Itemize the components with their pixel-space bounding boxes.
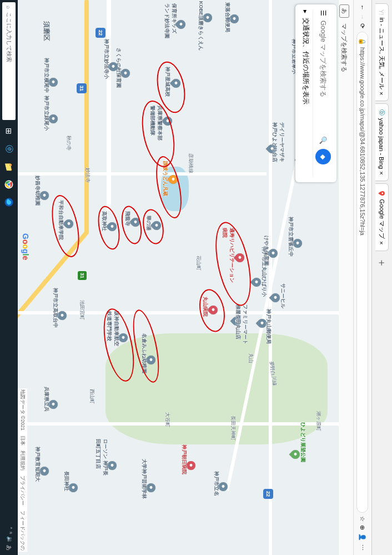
system-tray[interactable]: ˄ᴿ🔉あ <box>5 522 13 555</box>
ime-label: マップを検索する <box>340 23 349 72</box>
area-suma: 須磨区 <box>42 21 51 41</box>
ime-a-icon[interactable]: あ <box>5 545 13 551</box>
chrome-icon[interactable] <box>2 177 16 192</box>
ime-indicator[interactable]: あ <box>339 4 349 18</box>
annotation-circle <box>195 287 228 334</box>
taskbar-search-text: ここに入力して検索 <box>5 12 13 62</box>
hamburger-icon[interactable]: ☰ <box>319 10 327 16</box>
menu-icon[interactable]: ⋯ <box>359 544 366 551</box>
svg-point-0 <box>382 192 384 194</box>
forward-button[interactable]: → <box>359 14 366 20</box>
label-familymart: ファミリーマート 柳屋長田丸山店 <box>234 304 249 344</box>
tab-label: in - ニュース, 天気, メール <box>378 17 386 89</box>
label-myohoji-es: 神戸市立妙法寺小 <box>103 39 110 79</box>
label-post: 神戸丸山郵便局 <box>265 309 272 344</box>
label-daily: デイリーヤマザキ 神戸ひよどり台店 <box>271 122 285 162</box>
collections-icon[interactable]: ⊕ <box>359 525 366 530</box>
label-univ: 神戸市立名 <box>213 471 220 496</box>
annotation-circle <box>47 193 84 260</box>
area-myohoji: 妙法寺 <box>84 168 91 183</box>
google-logo: Google <box>21 233 30 260</box>
road <box>18 422 339 426</box>
route-shield-31: 31 <box>78 271 87 280</box>
label-kobesuma: KOBE須磨きらくえん <box>197 1 204 51</box>
ie-icon[interactable]: ⓔ <box>2 142 16 156</box>
route-shield-22: 22 <box>263 489 273 499</box>
task-view-icon[interactable]: ⊞ <box>2 124 16 138</box>
tab-label: Google マップ <box>378 199 386 239</box>
label-lawson: ローソン 神戸長 田町五丁目店 <box>94 439 109 476</box>
lock-icon: 🔒 <box>360 38 366 46</box>
label-hyogo-ken: 兵庫県立兵 <box>43 387 50 412</box>
area-tenjin: 長田天神町 <box>229 416 237 441</box>
chevron-right-icon[interactable]: ▸ <box>302 10 310 13</box>
new-tab-button[interactable]: ＋ <box>375 253 389 272</box>
area-ikeda: 池田宮町 <box>78 300 86 320</box>
route-shield-31: 31 <box>77 83 87 93</box>
area-nishi: 西山町 <box>88 389 96 404</box>
road <box>18 172 267 176</box>
label-sunny: サニーヒル <box>279 283 287 308</box>
label-keyaki: けやき保育園 <box>263 236 270 266</box>
edge-icon[interactable] <box>2 195 16 209</box>
route-shield-22: 22 <box>96 28 105 38</box>
tab-bing[interactable]: ⓑyahoo japan - Bing × <box>375 103 389 181</box>
label-univ2: 大学神戸芸術学林 <box>140 459 148 499</box>
label-hiyodori: ひよどり展望公園 <box>299 422 306 462</box>
taskbar: ⌕ ここに入力して検索 ⊞ ⓔ 📁 ˄ᴿ🔉あ <box>0 0 18 555</box>
label-kamitaka: 神戸市立高取台中 <box>52 288 59 328</box>
annotation-circle <box>94 204 123 252</box>
favorite-icon[interactable]: ☆ <box>359 516 366 522</box>
area-hanamachi: 花山町 <box>195 256 202 271</box>
label-yokoo: 神戸市立横尾中 <box>43 58 50 93</box>
label-myosho: 妙昌寺幼稚園 <box>34 176 41 206</box>
close-icon[interactable]: × <box>379 241 385 244</box>
map-canvas[interactable]: 22 22 31 31 22 神戸星城高校 兵庫県警察本部 警備部機動隊 讃岐う… <box>18 0 339 555</box>
account-tray-icon[interactable]: ᴿ <box>5 532 13 534</box>
search-input[interactable] <box>317 21 329 132</box>
label-midori: 神戸市立緑尾小 <box>43 96 50 131</box>
area-maruyama: 丸山 <box>247 353 254 363</box>
account-icon[interactable]: 👤 <box>359 533 366 541</box>
annotation-circle <box>118 204 145 246</box>
highway <box>84 0 89 233</box>
road-hiko: 彦助橋線 <box>187 153 194 173</box>
tab-yahoo[interactable]: Y!in - ニュース, 天気, メール × <box>375 3 389 101</box>
map-search-panel: ☰ 🔍 ◆ ▸ 交通状況、付近の場所を表示 <box>295 4 336 182</box>
folder-icon[interactable]: 📁 <box>2 159 16 174</box>
label-kobe-edu: 神戸教育短期大 <box>34 447 41 482</box>
tab-strip: Y!in - ニュース, 天気, メール × ⓑyahoo japan - Bi… <box>371 0 392 555</box>
close-icon[interactable]: × <box>379 92 385 95</box>
area-ootani: 大谷町 <box>164 412 171 427</box>
wifi-icon[interactable]: 🔉 <box>5 536 13 543</box>
tab-google-maps[interactable]: Google マップ × <box>375 183 389 251</box>
road <box>107 0 111 211</box>
label-asahi: 神戸朝日病院 <box>180 444 188 474</box>
close-icon[interactable]: × <box>379 171 385 174</box>
directions-icon[interactable]: ◆ <box>315 149 331 164</box>
maps-pin-icon <box>378 189 386 197</box>
annotation-circle <box>140 207 167 246</box>
search-icon[interactable]: 🔍 <box>319 136 327 144</box>
back-button[interactable]: ← <box>359 4 366 11</box>
area-aki: 秋の寺 <box>65 136 72 151</box>
label-toko-post: 東落合郵便局 <box>224 2 231 32</box>
chevron-up-icon[interactable]: ˄ <box>5 527 13 529</box>
label-nagata: 長田神社 <box>63 471 70 491</box>
area-shioga: 潮ヶ原町 <box>315 411 322 431</box>
svg-point-2 <box>8 183 11 186</box>
taskbar-search[interactable]: ⌕ ここに入力して検索 <box>2 2 16 120</box>
nearby-text[interactable]: 交通状況、付近の場所を表示 <box>301 18 310 104</box>
address-bar: ← → ⟳ 🔒 https://www.google.co.jp/maps/@3… <box>353 0 371 555</box>
refresh-button[interactable]: ⟳ <box>359 23 366 28</box>
url-input[interactable]: 🔒 https://www.google.co.jp/maps/@34.6810… <box>357 32 369 513</box>
url-text: https://www.google.co.jp/maps/@34.681085… <box>360 47 366 236</box>
search-icon: ⌕ <box>6 6 12 9</box>
map-attribution: 地図データ ©2021 日本 利用規約 プライバシー フィードバックの <box>18 388 27 552</box>
label-ubuki: 神戸市立雲雀丘中 <box>287 217 294 257</box>
chrome-svg <box>4 179 14 189</box>
edge-svg <box>4 197 14 207</box>
label-kids: 保育所キッズ ランド妙法寺園 <box>163 3 178 38</box>
tab-label: yahoo japan - Bing <box>379 118 385 169</box>
